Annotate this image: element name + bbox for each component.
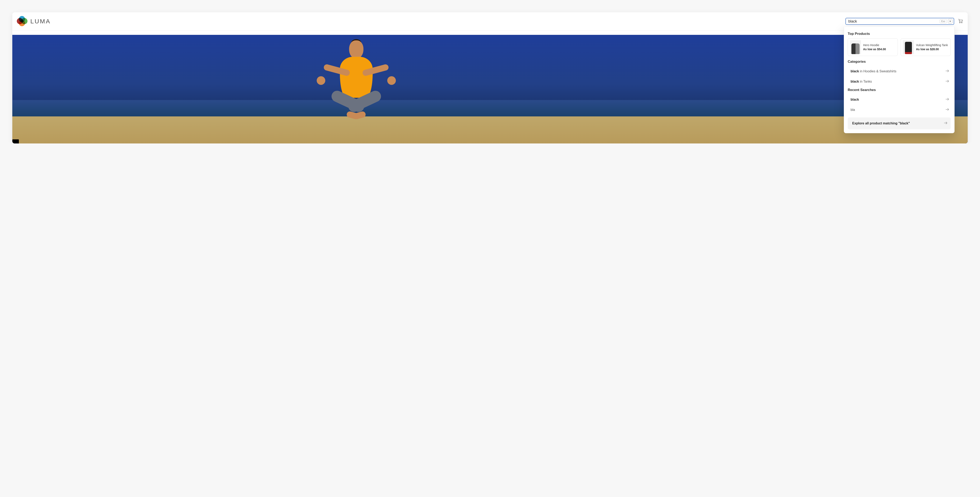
svg-point-6 [961,22,962,23]
product-name: Hero Hoodie [863,43,886,47]
product-card[interactable]: Vulcan Weightlifting Tank As low as $28.… [900,38,951,56]
recent-label: bla [851,108,855,111]
clear-search-button[interactable]: ✕ [948,19,953,24]
recent-search-item[interactable]: black [848,94,951,105]
arrow-right-icon [945,107,950,113]
recent-label: black [851,98,859,101]
category-suggestion[interactable]: black in Tanks [848,76,951,87]
product-thumb-icon [850,40,861,54]
recent-search-item[interactable]: bla [848,105,951,115]
recent-searches-title: Recent Searches [848,88,951,92]
esc-key-hint: Esc [940,19,947,23]
query-suffix: in Tanks [859,80,872,83]
product-info: Hero Hoodie As low as $54.00 [863,43,886,51]
product-info: Vulcan Weightlifting Tank As low as $28.… [916,43,948,51]
status-url-chip [12,139,19,143]
query-bold: black [851,80,859,83]
categories-title: Categories [848,60,951,64]
search-input[interactable] [848,19,940,24]
search-dropdown: Top Products Hero Hoodie As low as $54.0… [844,27,955,133]
query-bold: black [851,70,859,73]
explore-label: Explore all product matching "black" [852,122,910,125]
product-thumb-icon [903,40,914,54]
arrow-right-icon [945,97,950,102]
logo-icon [17,16,27,27]
brand-name: LUMA [30,18,51,25]
product-card[interactable]: Hero Hoodie As low as $54.00 [848,38,898,56]
category-text: black in Tanks [851,80,872,83]
hero-banner [12,35,968,143]
cart-icon[interactable] [958,18,963,24]
hero-figure [313,40,399,137]
recent-text: bla [851,108,855,112]
search-wrap: Esc ✕ Top Products Hero Hoodie As low as… [845,18,954,25]
arrow-right-icon [945,69,950,74]
close-icon: ✕ [949,20,951,23]
page-card: LUMA Esc ✕ Top Products [12,12,968,143]
arrow-right-icon [943,121,948,126]
top-products-row: Hero Hoodie As low as $54.00 Vulcan Weig… [848,38,951,56]
product-price: As low as $28.00 [916,48,948,51]
recent-text: black [851,98,859,102]
explore-all-button[interactable]: Explore all product matching "black" [848,118,951,129]
category-text: black in Hoodies & Sweatshirts [851,70,896,73]
brand[interactable]: LUMA [17,16,51,27]
top-products-title: Top Products [848,32,951,36]
top-right: Esc ✕ Top Products Hero Hoodie As low as… [845,18,963,25]
search-box[interactable]: Esc ✕ [845,18,954,25]
top-bar: LUMA Esc ✕ Top Products [12,12,968,30]
query-suffix: in Hoodies & Sweatshirts [859,70,896,73]
product-name: Vulcan Weightlifting Tank [916,43,948,47]
arrow-right-icon [945,79,950,84]
product-price: As low as $54.00 [863,48,886,51]
svg-point-5 [959,22,960,23]
category-suggestion[interactable]: black in Hoodies & Sweatshirts [848,66,951,76]
